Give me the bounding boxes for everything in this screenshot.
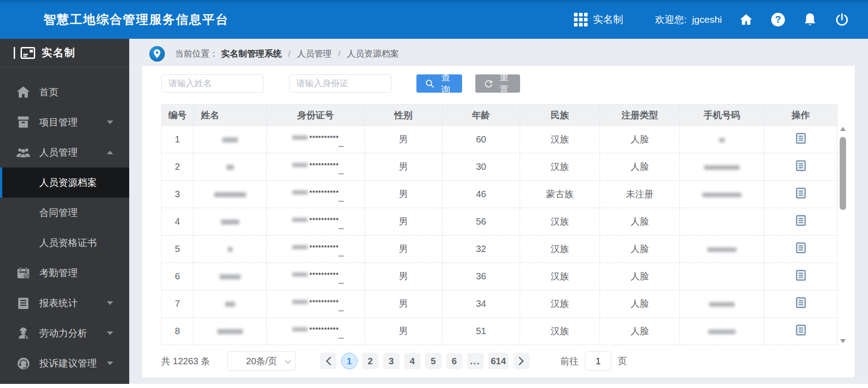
reset-button[interactable]: 重置 — [475, 74, 520, 93]
app-title: 智慧工地综合管理服务信息平台 — [43, 11, 229, 28]
redacted-id-prefix — [292, 163, 308, 167]
cell-age: 34 — [442, 290, 520, 318]
id-overflow-ellipsis: ... — [293, 252, 365, 257]
breadcrumb-separator: / — [338, 49, 340, 59]
idcard-search-input[interactable] — [289, 74, 391, 93]
cell-phone-redacted — [680, 318, 764, 345]
table-row: 3**********...男46蒙古族未注册 — [162, 181, 837, 208]
sidebar-subitem-contracts[interactable]: 合同管理 — [0, 198, 129, 228]
page-button-614[interactable]: 614 — [488, 353, 509, 369]
redacted-id-prefix — [292, 136, 308, 140]
redacted-phone — [708, 330, 736, 334]
page-button-4[interactable]: 4 — [404, 353, 421, 369]
sidebar-subitem-certificates[interactable]: 人员资格证书 — [0, 228, 129, 258]
redacted-name — [217, 329, 243, 334]
cell-phone-redacted — [680, 263, 764, 290]
table-header: 编号 姓名 身份证号 性别 年龄 民族 注册类型 手机号码 操作 — [162, 105, 837, 126]
main-content: 当前位置： 实名制管理系统 / 人员管理 / 人员资源档案 查询 — [129, 39, 868, 384]
sidebar-item-label: 投诉建议管理 — [39, 357, 97, 370]
breadcrumb-level2[interactable]: 人员资源档案 — [347, 48, 399, 60]
sidebar-item-projects[interactable]: 项目管理 — [0, 107, 129, 137]
sidebar-item-labor-analysis[interactable]: 劳动力分析 — [0, 318, 129, 348]
table-scrollbar[interactable] — [840, 126, 846, 344]
page-button-2[interactable]: 2 — [362, 353, 379, 369]
name-search-input[interactable] — [161, 74, 263, 93]
page-button-6[interactable]: 6 — [446, 353, 463, 369]
cell-age: 46 — [442, 181, 520, 208]
page-button-1[interactable]: 1 — [341, 353, 358, 369]
cell-phone-redacted — [680, 153, 764, 181]
sidebar-item-reports[interactable]: 报表统计 — [0, 288, 129, 318]
cell-no: 2 — [162, 153, 194, 181]
sidebar-item-complaints[interactable]: 投诉建议管理 — [0, 348, 129, 378]
redacted-id-prefix — [292, 327, 308, 331]
power-icon[interactable] — [834, 12, 850, 27]
sidebar: 实名制 首页 项目管理 人员管理 — [0, 39, 129, 384]
calendar-check-icon — [16, 267, 30, 279]
redacted-name — [222, 137, 238, 142]
module-switcher[interactable]: 实名制 — [574, 13, 623, 26]
col-header-age: 年龄 — [442, 105, 520, 126]
detail-document-icon[interactable] — [796, 270, 806, 281]
redacted-name — [221, 220, 239, 225]
cell-name-redacted — [194, 126, 267, 153]
col-header-gender: 性别 — [365, 105, 442, 126]
id-overflow-ellipsis: ... — [293, 197, 365, 202]
cell-actions — [764, 263, 837, 290]
detail-document-icon[interactable] — [796, 133, 806, 144]
table-row: 6**********...男36汉族人脸 — [162, 263, 837, 290]
page-button-5[interactable]: 5 — [425, 353, 442, 369]
cell-name-redacted — [194, 153, 267, 181]
detail-document-icon[interactable] — [796, 188, 806, 199]
cell-regtype: 人脸 — [600, 236, 680, 263]
cell-ethnic: 蒙古族 — [520, 181, 600, 208]
cell-idcard: **********... — [267, 236, 365, 263]
refresh-icon — [484, 79, 493, 88]
query-button[interactable]: 查询 — [416, 74, 462, 93]
page-size-select[interactable]: 20条/页 — [227, 351, 296, 371]
cell-no: 3 — [162, 181, 194, 208]
page-button-3[interactable]: 3 — [383, 353, 400, 369]
detail-document-icon[interactable] — [796, 297, 806, 308]
next-page-button[interactable] — [513, 353, 530, 369]
breadcrumb-root[interactable]: 实名制管理系统 — [221, 48, 282, 60]
redacted-id-prefix — [292, 218, 308, 222]
home-icon[interactable] — [738, 12, 754, 27]
col-header-regtype: 注册类型 — [600, 105, 680, 126]
cell-gender: 男 — [365, 126, 442, 153]
detail-document-icon[interactable] — [796, 160, 806, 171]
help-icon[interactable]: ? — [770, 12, 786, 27]
topbar-right: 实名制 欢迎您: jgceshi ? — [574, 12, 868, 27]
table-row: 8**********...男51汉族人脸 — [162, 318, 837, 345]
goto-label: 前往 — [560, 355, 579, 367]
detail-document-icon[interactable] — [796, 215, 806, 226]
cell-ethnic: 汉族 — [520, 236, 600, 263]
scrollbar-thumb[interactable] — [840, 137, 846, 210]
cell-gender: 男 — [365, 318, 442, 345]
breadcrumb-level1[interactable]: 人员管理 — [297, 48, 331, 60]
bell-icon[interactable] — [802, 12, 818, 27]
sidebar-subitem-personnel-archive[interactable]: 人员资源档案 — [0, 168, 129, 198]
detail-document-icon[interactable] — [796, 325, 806, 336]
prev-page-button[interactable] — [320, 353, 337, 369]
cell-phone-redacted — [680, 181, 764, 208]
cell-name-redacted — [194, 208, 267, 236]
page-number-list: 123456...614 — [339, 353, 511, 369]
brand-accent-bar — [14, 47, 15, 59]
cell-ethnic: 汉族 — [520, 153, 600, 181]
sidebar-item-label: 人员管理 — [39, 146, 78, 159]
sidebar-item-home[interactable]: 首页 — [0, 77, 129, 107]
scroll-down-icon[interactable] — [840, 339, 846, 343]
goto-page-input[interactable] — [585, 351, 611, 371]
scroll-up-icon[interactable] — [840, 127, 846, 131]
page-ellipsis[interactable]: ... — [467, 353, 484, 369]
cell-gender: 男 — [365, 236, 442, 263]
cell-idcard: **********... — [267, 153, 365, 181]
cell-actions — [764, 208, 837, 236]
detail-document-icon[interactable] — [796, 242, 806, 253]
cell-ethnic: 汉族 — [520, 208, 600, 236]
sidebar-item-personnel[interactable]: 人员管理 — [0, 137, 129, 168]
id-mask: ********** — [310, 162, 339, 169]
cell-no: 7 — [162, 290, 194, 318]
sidebar-item-attendance[interactable]: 考勤管理 — [0, 258, 129, 288]
